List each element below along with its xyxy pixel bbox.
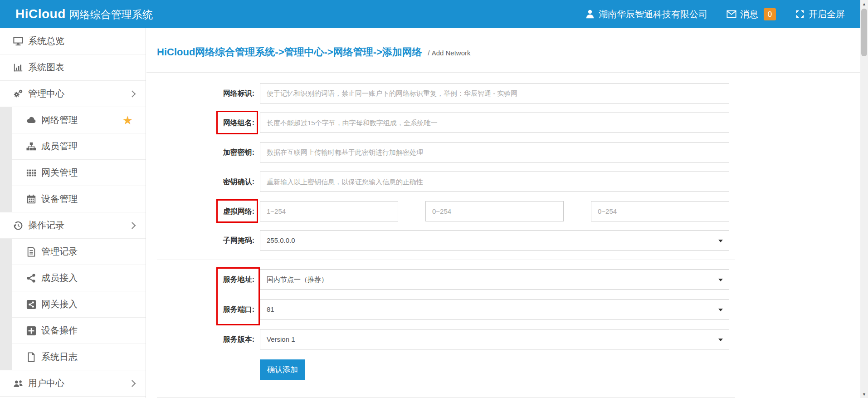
sidebar-item-member-access[interactable]: 成员接入 xyxy=(12,265,146,291)
service-address-select[interactable]: 国内节点一（推荐） xyxy=(260,269,729,290)
messages-count-badge: 0 xyxy=(764,8,776,20)
breadcrumb-suffix: / Add Network xyxy=(428,49,470,57)
sidebar-item-management-center[interactable]: 管理中心 xyxy=(0,81,146,107)
virtual-network-octet2-input[interactable] xyxy=(425,201,564,221)
vertical-scrollbar[interactable]: ▲ ▼ xyxy=(860,0,868,398)
top-header-bar: HiCloud网络综合管理系统 湖南华辰智通科技有限公司 消息 0 开启全屏 xyxy=(0,0,860,28)
fullscreen-label: 开启全屏 xyxy=(809,8,845,20)
form-row-group-name: 网络组名: xyxy=(157,113,735,133)
brand-bold: HiCloud xyxy=(15,7,66,21)
bar-chart-icon xyxy=(13,62,24,73)
service-address-label: 服务地址: xyxy=(157,269,254,290)
group-name-input[interactable] xyxy=(260,113,729,133)
service-port-value: 81 xyxy=(267,305,274,313)
brand-name: 网络综合管理系统 xyxy=(69,9,153,20)
subnet-mask-label: 子网掩码: xyxy=(157,230,254,251)
service-version-label: 服务版本: xyxy=(157,329,254,349)
key-confirm-input[interactable] xyxy=(260,172,729,192)
form-row-encrypt-key: 加密密钥: xyxy=(157,142,735,162)
form-row-network-id: 网络标识: xyxy=(157,83,735,103)
gears-icon xyxy=(13,88,24,99)
service-version-select[interactable]: Version 1 xyxy=(260,329,729,349)
sidebar-item-management-records[interactable]: 管理记录 xyxy=(12,239,146,265)
caret-down-icon xyxy=(718,309,723,311)
virtual-network-octet3-input[interactable] xyxy=(591,201,729,221)
breadcrumb-bar: HiCloud网络综合管理系统->管理中心->网络管理->添加网络 / Add … xyxy=(146,28,860,73)
messages-label: 消息 xyxy=(740,8,758,20)
main-content: HiCloud网络综合管理系统->管理中心->网络管理->添加网络 / Add … xyxy=(146,28,860,398)
key-confirm-label: 密钥确认: xyxy=(157,172,254,192)
form-row-service-address: 服务地址: 国内节点一（推荐） xyxy=(157,269,735,290)
caret-down-icon xyxy=(718,279,723,281)
service-address-value: 国内节点一（推荐） xyxy=(267,275,328,283)
chevron-right-icon xyxy=(129,90,136,98)
encrypt-key-label: 加密密钥: xyxy=(157,142,254,162)
sidebar-item-operation-records[interactable]: 操作记录 xyxy=(0,212,146,239)
sidebar-item-device-operations[interactable]: 设备操作 xyxy=(12,318,146,344)
scroll-down-arrow-icon[interactable]: ▼ xyxy=(860,390,868,398)
sidebar-item-member-management[interactable]: 成员管理 xyxy=(12,133,146,160)
sidebar-nav: 系统总览 系统图表 管理中心 网络管理 ★ xyxy=(0,28,146,398)
messages-menu[interactable]: 消息 0 xyxy=(727,8,776,20)
company-menu[interactable]: 湖南华辰智通科技有限公司 xyxy=(585,8,707,20)
sidebar-item-gateway-access[interactable]: 网关接入 xyxy=(12,291,146,318)
chevron-right-icon xyxy=(129,222,136,229)
user-icon xyxy=(585,9,595,19)
group-name-label: 网络组名: xyxy=(157,113,254,133)
file-icon xyxy=(26,352,37,363)
scrollbar-thumb[interactable] xyxy=(861,9,867,56)
operation-records-submenu: 管理记录 成员接入 网关接入 设备操作 xyxy=(0,239,146,370)
plus-square-icon xyxy=(26,325,37,336)
sidebar-item-device-management[interactable]: 设备管理 xyxy=(12,186,146,212)
sidebar-item-network-management[interactable]: 网络管理 ★ xyxy=(12,107,146,133)
envelope-icon xyxy=(727,9,736,19)
hicloud-app: HiCloud网络综合管理系统 湖南华辰智通科技有限公司 消息 0 开启全屏 xyxy=(0,0,868,398)
sidebar-item-system-overview[interactable]: 系统总览 xyxy=(0,28,146,54)
app-logo: HiCloud网络综合管理系统 xyxy=(15,7,153,22)
history-icon xyxy=(13,220,24,231)
form-row-virtual-network: 虚拟网络: xyxy=(157,201,735,221)
calendar-icon xyxy=(26,194,37,205)
service-port-select[interactable]: 81 xyxy=(260,299,729,319)
document-icon xyxy=(26,246,37,257)
management-center-submenu: 网络管理 ★ 成员管理 网关管理 设备管理 xyxy=(0,107,146,212)
share-square-icon xyxy=(26,299,37,310)
subnet-mask-value: 255.0.0.0 xyxy=(267,236,295,244)
confirm-add-button[interactable]: 确认添加 xyxy=(260,359,305,380)
company-name: 湖南华辰智通科技有限公司 xyxy=(599,8,707,20)
sitemap-icon xyxy=(26,141,37,152)
cloud-icon xyxy=(26,115,37,126)
service-port-label: 服务端口: xyxy=(157,299,254,319)
sidebar-item-system-logs[interactable]: 系统日志 xyxy=(12,344,146,370)
form-row-subnet-mask: 子网掩码: 255.0.0.0 xyxy=(157,230,735,251)
virtual-network-octet1-input[interactable] xyxy=(260,201,398,221)
favorite-star-icon: ★ xyxy=(122,114,133,126)
network-id-label: 网络标识: xyxy=(157,83,254,103)
fullscreen-button[interactable]: 开启全屏 xyxy=(795,8,845,20)
virtual-network-label: 虚拟网络: xyxy=(157,201,254,221)
users-icon xyxy=(13,378,24,389)
add-network-form: 网络标识: 网络组名: 加密密钥: 密钥确认: 虚拟网络: xyxy=(157,73,735,398)
desktop-icon xyxy=(13,36,24,47)
form-row-service-port: 服务端口: 81 xyxy=(157,299,735,319)
chevron-right-icon xyxy=(129,380,136,387)
form-row-key-confirm: 密钥确认: xyxy=(157,172,735,192)
caret-down-icon xyxy=(718,240,723,242)
header-right-group: 湖南华辰智通科技有限公司 消息 0 开启全屏 xyxy=(585,8,845,20)
expand-icon xyxy=(795,9,805,19)
encrypt-key-input[interactable] xyxy=(260,142,729,162)
form-row-service-version: 服务版本: Version 1 xyxy=(157,329,735,349)
sidebar-item-system-charts[interactable]: 系统图表 xyxy=(0,54,146,81)
section-divider xyxy=(157,260,735,260)
share-icon xyxy=(26,273,37,284)
caret-down-icon xyxy=(718,339,723,341)
breadcrumb: HiCloud网络综合管理系统->管理中心->网络管理->添加网络 xyxy=(157,46,422,58)
service-version-value: Version 1 xyxy=(267,335,295,343)
subnet-mask-select[interactable]: 255.0.0.0 xyxy=(260,230,729,251)
sidebar-item-user-center[interactable]: 用户中心 xyxy=(0,370,146,397)
network-id-input[interactable] xyxy=(260,83,729,103)
grid-icon xyxy=(26,167,37,178)
scroll-up-arrow-icon[interactable]: ▲ xyxy=(860,0,868,8)
sidebar-item-gateway-management[interactable]: 网关管理 xyxy=(12,160,146,186)
